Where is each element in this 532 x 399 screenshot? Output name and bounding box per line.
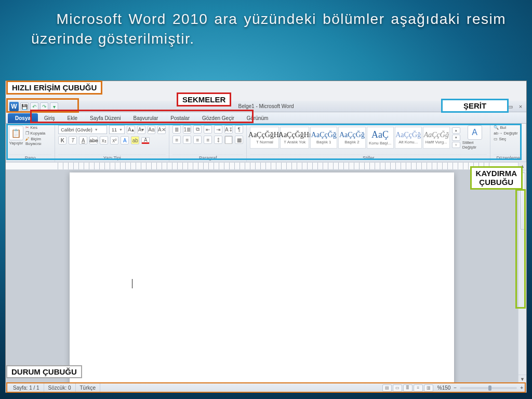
change-styles-button[interactable]: A Stilleri Değiştir <box>462 125 487 150</box>
view-print-layout-icon[interactable]: ▤ <box>382 384 392 392</box>
strike-icon[interactable]: abe <box>89 136 98 144</box>
tab-insert[interactable]: Ekle <box>61 113 84 123</box>
qat-undo-icon[interactable]: ↶ <box>30 102 38 111</box>
shading-icon[interactable] <box>224 136 233 144</box>
page[interactable] <box>70 172 454 393</box>
callout-statusbar: DURUM ÇUBUĞU <box>6 365 82 378</box>
show-marks-icon[interactable]: ¶ <box>235 125 243 134</box>
numbering-icon[interactable]: 1≣ <box>183 125 191 134</box>
group-font: Calibri (Gövde)▼ 11▼ A▴ A▾ Aa A✕ K T A a… <box>55 124 169 162</box>
zoom-slider[interactable] <box>460 387 517 389</box>
qat-customize-icon[interactable]: ▾ <box>50 102 58 111</box>
font-name-combo[interactable]: Calibri (Gövde)▼ <box>58 125 107 134</box>
view-web-layout-icon[interactable]: ≣ <box>403 384 413 392</box>
status-lang[interactable]: Türkçe <box>76 383 101 392</box>
group-styles: AaÇçĞğHıT Normal AaÇçĞğHıT Aralık Yok Aa… <box>247 124 490 162</box>
paste-label: Yapıştır <box>9 141 23 145</box>
style-nospacing[interactable]: AaÇçĞğHıT Aralık Yok <box>280 127 309 149</box>
style-emphasis[interactable]: AaÇçĞğHafif Vurg... <box>423 127 450 149</box>
align-right-icon[interactable]: ≡ <box>193 136 202 144</box>
styles-row-up-icon[interactable]: ▴ <box>452 127 460 134</box>
qat-redo-icon[interactable]: ↷ <box>40 102 48 111</box>
status-words[interactable]: Sözcük: 0 <box>44 383 76 392</box>
tab-review[interactable]: Gözden Geçir <box>196 113 241 123</box>
align-center-icon[interactable]: ≡ <box>183 136 191 144</box>
replace-button[interactable]: ab→ Değiştir <box>494 131 523 136</box>
paste-button[interactable]: 📋 Yapıştır <box>9 126 23 145</box>
styles-more-icon[interactable]: ▿ <box>452 142 460 148</box>
callout-scrollbar-l2: ÇUBUĞU <box>479 178 513 187</box>
bullets-icon[interactable]: ≣ <box>172 125 181 134</box>
align-left-icon[interactable]: ≡ <box>172 136 181 144</box>
bold-icon[interactable]: K <box>58 136 66 144</box>
text-cursor <box>132 279 132 288</box>
horizontal-ruler[interactable] <box>6 162 518 170</box>
view-outline-icon[interactable]: ≡ <box>414 384 423 392</box>
status-page[interactable]: Sayfa: 1 / 1 <box>9 383 44 392</box>
tab-references[interactable]: Başvurular <box>127 113 165 123</box>
superscript-icon[interactable]: x² <box>110 136 118 144</box>
document-area <box>6 170 518 383</box>
callout-tabs: SEKMELER <box>177 92 231 107</box>
shrink-font-icon[interactable]: A▾ <box>137 126 145 134</box>
font-size-combo[interactable]: 11▼ <box>109 125 125 134</box>
copy-button[interactable]: ❐ Kopyala <box>25 131 51 136</box>
word-window: Belge1 - Microsoft Word ? ▢ – ▭ × W 💾 ↶ … <box>5 81 527 393</box>
callout-scrollbar: KAYDIRMA ÇUBUĞU <box>470 166 523 190</box>
style-heading1[interactable]: AaÇçĞğBaşlık 1 <box>310 127 337 149</box>
tab-view[interactable]: Görünüm <box>241 113 275 123</box>
change-case-icon[interactable]: Aa <box>148 126 156 134</box>
decrease-indent-icon[interactable]: ⇤ <box>204 125 212 134</box>
view-draft-icon[interactable]: ▥ <box>424 384 433 392</box>
tab-mailings[interactable]: Postalar <box>164 113 196 123</box>
qat-save-icon[interactable]: 💾 <box>20 102 29 111</box>
heading-line1: Microsoft Word 2010 ara yüzündeki bölüml… <box>56 11 384 27</box>
highlight-icon[interactable]: ab <box>131 136 139 144</box>
line-spacing-icon[interactable]: ‡ <box>214 136 222 144</box>
grow-font-icon[interactable]: A▴ <box>127 126 135 134</box>
view-full-screen-icon[interactable]: ▭ <box>393 384 402 392</box>
close-icon[interactable]: × <box>517 103 524 110</box>
group-font-label: Yazı Tipi <box>58 154 166 162</box>
ruler-ticks <box>58 163 492 169</box>
tab-file[interactable]: Dosya <box>8 113 38 123</box>
clear-format-icon[interactable]: A✕ <box>157 126 166 134</box>
scroll-down-icon[interactable]: ▼ <box>518 375 526 383</box>
increase-indent-icon[interactable]: ⇥ <box>214 125 222 134</box>
group-styles-label: Stiller <box>250 154 487 162</box>
style-title[interactable]: AaÇKonu Başl... <box>367 127 394 149</box>
font-color-icon[interactable]: A <box>141 137 150 144</box>
multilevel-icon[interactable]: ⧉ <box>193 125 202 134</box>
italic-icon[interactable]: T <box>69 136 77 144</box>
format-painter-button[interactable]: 🖌 Biçim Boyacısı <box>25 137 51 146</box>
group-paragraph-label: Paragraf <box>172 154 243 162</box>
justify-icon[interactable]: ≡ <box>204 136 212 144</box>
text-effects-icon[interactable]: A <box>121 136 129 144</box>
tab-home[interactable]: Giriş <box>38 113 61 123</box>
vertical-scrollbar[interactable]: ▲ ▼ <box>518 162 526 383</box>
select-button[interactable]: ▭ Seç <box>494 137 523 141</box>
slide-heading: Microsoft Word 2010 ara yüzündeki bölüml… <box>31 9 506 49</box>
group-editing: 🔍 Bul ab→ Değiştir ▭ Seç Düzenleme <box>490 124 526 162</box>
tab-pagelayout[interactable]: Sayfa Düzeni <box>84 113 127 123</box>
callout-ribbon: ŞERİT <box>441 99 509 113</box>
tab-strip: Dosya Giriş Ekle Sayfa Düzeni Başvurular… <box>6 112 526 124</box>
group-paragraph: ≣ 1≣ ⧉ ⇤ ⇥ A↧ ¶ ≡ ≡ ≡ ≡ ‡ ▦ P <box>169 124 247 162</box>
style-subtitle[interactable]: AaÇçĞğAlt Konu... <box>395 127 422 149</box>
word-app-icon[interactable]: W <box>9 102 19 111</box>
subscript-icon[interactable]: x₂ <box>100 136 108 144</box>
sort-icon[interactable]: A↧ <box>224 125 233 134</box>
cut-button[interactable]: ✂ Kes <box>25 125 51 130</box>
style-normal[interactable]: AaÇçĞğHıT Normal <box>250 127 279 149</box>
find-button[interactable]: 🔍 Bul <box>494 125 523 130</box>
callout-quick-access: HIZLI ERİŞİM ÇUBUĞU <box>6 81 102 95</box>
quick-access-toolbar: W 💾 ↶ ↷ ▾ <box>7 101 58 112</box>
zoom-out-icon[interactable]: − <box>454 385 457 391</box>
status-zoom[interactable]: %150 <box>437 385 451 391</box>
borders-icon[interactable]: ▦ <box>235 136 243 144</box>
styles-row-down-icon[interactable]: ▾ <box>452 135 460 141</box>
group-clipboard: 📋 Yapıştır ✂ Kes ❐ Kopyala 🖌 Biçim Boyac… <box>6 124 55 162</box>
underline-icon[interactable]: A <box>79 136 87 144</box>
style-heading2[interactable]: AaÇçĞğBaşlık 2 <box>338 127 365 149</box>
zoom-in-icon[interactable]: + <box>520 385 523 391</box>
